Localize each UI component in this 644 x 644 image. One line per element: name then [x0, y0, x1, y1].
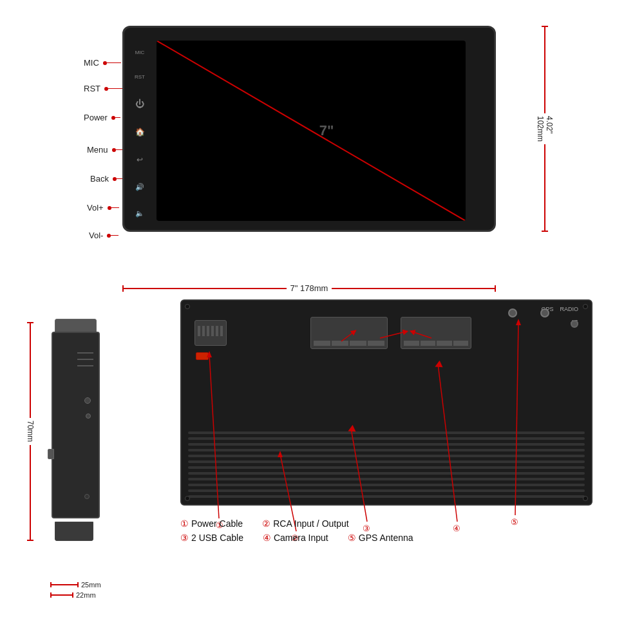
screw-tr — [583, 304, 588, 309]
device-back-panel: GPS RADIO 4G — [180, 299, 592, 506]
height-dimension: 4.02" 102mm — [536, 26, 554, 232]
rst-label: RST — [84, 84, 122, 93]
rst-line — [108, 88, 122, 89]
screw-bl — [185, 496, 190, 501]
dim-cap-bottom — [542, 231, 548, 232]
dim-25mm-label: 25mm — [81, 581, 101, 589]
side-port-2 — [86, 413, 91, 419]
volminus-label: Vol- — [89, 231, 118, 240]
side-dim-line-top — [30, 323, 31, 418]
side-dim-line-bottom — [30, 445, 31, 540]
screen-diagonal — [156, 41, 466, 221]
back-vents — [188, 431, 585, 498]
side-usb-port — [48, 449, 54, 459]
main-connector-1 — [310, 317, 388, 349]
volplus-line — [111, 207, 119, 208]
back-view-section: GPS RADIO 4G — [180, 299, 618, 628]
main-connector-2 — [401, 317, 471, 349]
volminus-line — [111, 235, 118, 236]
radio-text: RADIO — [560, 306, 578, 312]
button-power-icon: ⏻ — [135, 99, 144, 109]
menu-label: Menu — [87, 145, 122, 155]
volplus-label: Vol+ — [87, 203, 119, 213]
svg-line-0 — [156, 41, 466, 221]
side-dim-cap-bottom — [27, 540, 33, 541]
mic-line — [107, 62, 121, 63]
screw-tl — [185, 304, 190, 309]
front-view-section: MIC RST Power Menu Back V — [84, 19, 547, 264]
side-height-dimension: 70mm — [26, 322, 35, 541]
screw-br — [583, 496, 588, 501]
side-port-1 — [84, 397, 91, 404]
height-label-imperial: 4.02" 102mm — [536, 113, 554, 144]
dim-line-h-right — [332, 288, 495, 289]
power-connector-block — [194, 320, 227, 346]
4g-connector — [571, 320, 578, 328]
legend-gps-antenna: ⑤ GPS Antenna — [348, 533, 413, 543]
legend-usb-cable: ③ 2 USB Cable — [180, 533, 243, 543]
back-label: Back — [90, 174, 123, 184]
screen: 7" — [156, 41, 466, 221]
gps-antenna-connector — [508, 308, 517, 317]
side-bottom-dims: 25mm 22mm — [50, 581, 101, 599]
button-rst-icon: RST — [135, 74, 145, 80]
dim-line-h-left — [124, 288, 287, 289]
side-depth-label: 70mm — [26, 418, 35, 444]
device-side-body — [52, 319, 109, 541]
width-dimension: 7" 178mm — [122, 283, 496, 293]
width-label: 7" 178mm — [287, 283, 332, 293]
device-front: MIC RST ⏻ 🏠 ↩ 🔊 🔈 7" — [122, 26, 496, 232]
side-vents — [77, 352, 93, 366]
legend-camera-input: ④ Camera Input — [263, 533, 328, 543]
side-dim-25: 25mm — [50, 581, 101, 589]
button-back-icon: ↩ — [137, 155, 143, 164]
power-cable-small — [196, 352, 209, 360]
button-volminus-icon: 🔈 — [135, 209, 144, 218]
side-main-body — [52, 332, 100, 518]
legend-rca: ② RCA Input / Output — [262, 518, 349, 529]
legend-row-2: ③ 2 USB Cable ④ Camera Input ⑤ GPS Anten… — [180, 533, 592, 543]
radio-antenna-connector — [540, 308, 549, 317]
button-volplus-icon: 🔊 — [135, 183, 144, 191]
button-mic-icon: MIC — [135, 50, 145, 55]
side-view-section: 70mm — [19, 309, 161, 612]
dim-22mm-label: 22mm — [76, 591, 96, 599]
dim-line-v-bottom — [544, 144, 545, 231]
legend-row-1: ① Power Cable ② RCA Input / Output — [180, 518, 592, 529]
side-buttons: MIC RST ⏻ 🏠 ↩ 🔊 🔈 — [129, 41, 150, 227]
side-bottom — [55, 522, 93, 541]
legend-power-cable: ① Power Cable — [180, 518, 243, 529]
menu-line — [116, 149, 122, 150]
side-audio-port — [84, 494, 90, 499]
power-line — [115, 117, 120, 118]
button-menu-icon: 🏠 — [135, 128, 145, 137]
dim-line-v-top — [544, 27, 545, 113]
side-dim-22: 22mm — [50, 591, 101, 599]
power-label: Power — [84, 113, 120, 122]
legend-section: ① Power Cable ② RCA Input / Output ③ 2 U… — [180, 518, 592, 547]
screen-size-label: 7" — [319, 122, 334, 139]
dim-cap-right — [495, 285, 496, 292]
mic-label: MIC — [84, 58, 121, 68]
